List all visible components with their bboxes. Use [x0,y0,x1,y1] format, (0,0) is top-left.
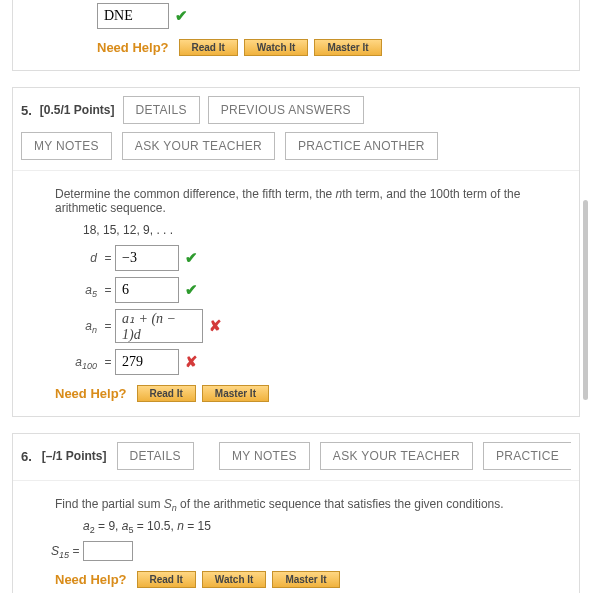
a5-input[interactable] [115,277,179,303]
practice-button[interactable]: PRACTICE [483,442,571,470]
a100-input[interactable] [115,349,179,375]
s15-label: S15 [51,544,69,558]
cross-icon: ✘ [209,317,222,335]
read-it-button[interactable]: Read It [137,571,196,588]
cross-icon: ✘ [185,353,198,371]
master-it-button[interactable]: Master It [314,39,381,56]
points-label: [–/1 Points] [42,449,107,463]
points-label: [0.5/1 Points] [40,103,115,117]
watch-it-button[interactable]: Watch It [202,571,267,588]
question-stem: Determine the common difference, the fif… [55,187,569,215]
my-notes-button[interactable]: MY NOTES [21,132,112,160]
details-button[interactable]: DETAILS [117,442,194,470]
details-button[interactable]: DETAILS [123,96,200,124]
watch-it-button[interactable]: Watch It [244,39,309,56]
ask-teacher-button[interactable]: ASK YOUR TEACHER [320,442,473,470]
given-conditions: a2 = 9, a5 = 10.5, n = 15 [83,519,569,533]
question-number: 6. [21,449,32,464]
check-icon: ✔ [185,281,198,299]
master-it-button[interactable]: Master It [202,385,269,402]
check-icon: ✔ [185,249,198,267]
ask-teacher-button[interactable]: ASK YOUR TEACHER [122,132,275,160]
q4-input[interactable] [97,3,169,29]
check-icon: ✔ [175,7,188,25]
practice-another-button[interactable]: PRACTICE ANOTHER [285,132,438,160]
need-help-label: Need Help? [97,40,169,55]
my-notes-button[interactable]: MY NOTES [219,442,310,470]
previous-answers-button[interactable]: PREVIOUS ANSWERS [208,96,364,124]
sequence-text: 18, 15, 12, 9, . . . [83,223,569,237]
read-it-button[interactable]: Read It [179,39,238,56]
need-help-label: Need Help? [55,572,127,587]
scrollbar[interactable] [583,200,588,400]
d-input[interactable] [115,245,179,271]
an-input[interactable]: a₁ + (n − 1)d [115,309,203,343]
read-it-button[interactable]: Read It [137,385,196,402]
s15-input[interactable] [83,541,133,561]
master-it-button[interactable]: Master It [272,571,339,588]
question-stem: Find the partial sum Sn of the arithmeti… [55,497,569,511]
question-number: 5. [21,103,32,118]
need-help-label: Need Help? [55,386,127,401]
